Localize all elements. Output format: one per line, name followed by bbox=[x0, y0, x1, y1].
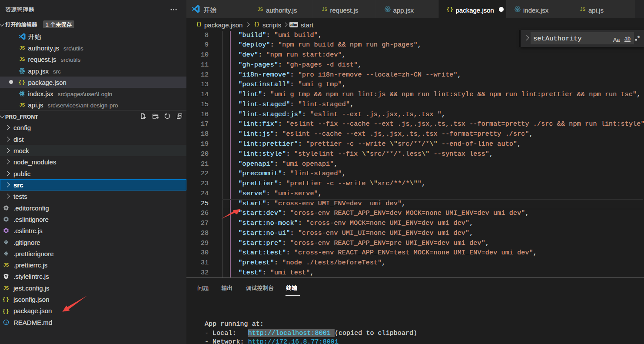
svg-text:{: { bbox=[3, 296, 5, 302]
svg-text:JS: JS bbox=[3, 263, 9, 267]
svg-text:}: } bbox=[450, 6, 452, 12]
svg-text:{: { bbox=[254, 21, 256, 27]
svg-text:JS: JS bbox=[3, 286, 9, 291]
svg-text:{: { bbox=[19, 79, 21, 85]
svg-text:JS: JS bbox=[20, 46, 25, 50]
svg-text:{: { bbox=[3, 307, 5, 314]
svg-text:}: } bbox=[257, 21, 259, 27]
svg-text:JS: JS bbox=[258, 7, 263, 12]
svg-text:JS: JS bbox=[322, 7, 327, 12]
svg-text:{: { bbox=[447, 6, 449, 12]
svg-text:JS: JS bbox=[20, 57, 25, 62]
svg-text:*: * bbox=[637, 35, 641, 42]
svg-text:}: } bbox=[7, 296, 9, 302]
svg-text:{: { bbox=[196, 21, 198, 27]
svg-text:}: } bbox=[7, 307, 9, 314]
svg-text:}: } bbox=[199, 21, 201, 27]
svg-text:}: } bbox=[23, 79, 25, 85]
svg-text:JS: JS bbox=[580, 7, 586, 12]
svg-text:JS: JS bbox=[20, 103, 25, 107]
